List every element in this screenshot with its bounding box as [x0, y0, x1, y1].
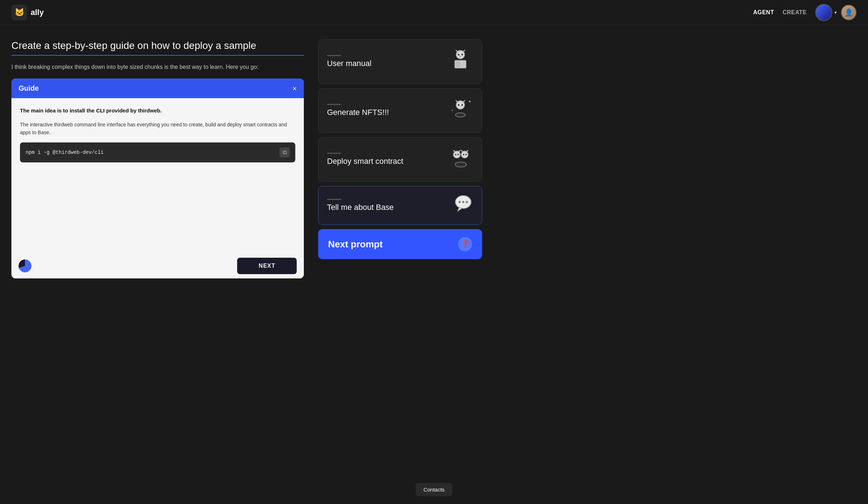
logo-area: 🐱 ally: [11, 5, 44, 20]
svg-point-13: [461, 104, 463, 106]
main-content: Create a step-by-step guide on how to de…: [0, 25, 868, 504]
svg-marker-25: [466, 150, 469, 152]
svg-point-22: [458, 154, 459, 155]
page-title: Create a step-by-step guide on how to de…: [11, 39, 304, 56]
header-nav: AGENT CREATE 👤: [753, 4, 857, 21]
svg-point-28: [455, 162, 466, 167]
card-generate-nfts-content: Generate NFTS!!!: [327, 104, 389, 117]
svg-point-26: [463, 154, 464, 155]
card-tell-base[interactable]: Tell me about Base: [318, 186, 482, 225]
deploy-contract-icon: [448, 145, 473, 174]
svg-point-23: [461, 151, 468, 158]
svg-marker-11: [463, 100, 465, 102]
next-prompt-label: Next prompt: [328, 239, 383, 250]
svg-rect-1: [455, 61, 460, 67]
svg-marker-4: [455, 50, 458, 52]
guide-body: The main idea is to install the CLI prov…: [11, 98, 304, 253]
card-user-manual[interactable]: User manual: [318, 39, 482, 84]
nav-agent[interactable]: AGENT: [753, 9, 774, 16]
svg-point-12: [458, 104, 459, 106]
svg-point-15: [455, 113, 465, 117]
svg-point-6: [458, 54, 459, 56]
svg-text:✦: ✦: [451, 109, 454, 112]
svg-text:✦: ✦: [468, 100, 471, 104]
guide-sub-text: The interactive thirdweb command line in…: [20, 121, 295, 137]
guide-title: Guide: [19, 84, 39, 92]
card-deploy-content: Deploy smart contract: [327, 153, 403, 166]
svg-point-31: [459, 201, 461, 203]
svg-point-32: [462, 201, 464, 203]
theme-toggle[interactable]: [815, 4, 832, 21]
svg-point-21: [455, 154, 456, 155]
card-user-manual-label: User manual: [327, 59, 372, 68]
guide-footer: NEXT: [11, 253, 304, 278]
svg-marker-19: [453, 150, 456, 152]
user-manual-icon: [448, 47, 473, 76]
next-prompt-button[interactable]: Next prompt ❓: [318, 229, 482, 259]
guide-main-text: The main idea is to install the CLI prov…: [20, 107, 295, 115]
svg-rect-2: [461, 61, 465, 67]
svg-marker-20: [458, 150, 461, 152]
generate-nfts-icon: ✦ ✦: [448, 96, 473, 125]
svg-point-33: [466, 201, 468, 203]
cat-icon: 🐱: [15, 8, 24, 17]
svg-point-27: [465, 154, 467, 155]
card-tell-base-content: Tell me about Base: [327, 199, 394, 212]
avatar[interactable]: 👤: [841, 5, 857, 20]
copy-icon[interactable]: ⧉: [280, 147, 290, 157]
card-line-3: [327, 153, 341, 154]
next-prompt-icon: ❓: [458, 237, 472, 251]
card-line: [327, 55, 341, 56]
svg-point-18: [453, 151, 460, 158]
card-deploy-smart-contract[interactable]: Deploy smart contract: [318, 137, 482, 182]
question-icon: ❓: [461, 240, 470, 248]
svg-marker-5: [463, 50, 465, 52]
card-generate-nfts-label: Generate NFTS!!!: [327, 108, 389, 117]
left-panel: Create a step-by-step guide on how to de…: [11, 39, 304, 497]
code-block: npm i -g @thirdweb-dev/cli ⧉: [20, 142, 295, 162]
logo-icon: 🐱: [11, 5, 27, 20]
card-generate-nfts[interactable]: Generate NFTS!!! ✦: [318, 88, 482, 133]
card-tell-base-label: Tell me about Base: [327, 203, 394, 212]
guide-close-button[interactable]: ×: [292, 85, 297, 92]
card-user-manual-content: User manual: [327, 55, 372, 68]
svg-point-14: [460, 106, 461, 107]
card-line-4: [327, 199, 341, 200]
card-deploy-label: Deploy smart contract: [327, 157, 403, 166]
contacts-popup[interactable]: Contacts: [415, 483, 452, 496]
nav-create[interactable]: CREATE: [782, 9, 807, 16]
card-line-2: [327, 104, 341, 105]
svg-point-8: [460, 56, 461, 56]
guide-header: Guide ×: [11, 79, 304, 98]
right-panel: User manual: [318, 39, 482, 497]
subtitle: I think breaking complex things down int…: [11, 63, 304, 71]
svg-marker-30: [458, 208, 462, 211]
svg-marker-24: [461, 150, 464, 152]
guide-modal: Guide × The main idea is to install the …: [11, 79, 304, 278]
loading-spinner: [19, 259, 31, 272]
code-text: npm i -g @thirdweb-dev/cli: [26, 150, 103, 155]
svg-point-7: [461, 54, 463, 56]
guide-next-button[interactable]: NEXT: [237, 258, 297, 274]
logo-text: ally: [31, 8, 44, 17]
svg-marker-10: [455, 100, 458, 102]
tell-base-icon: [453, 193, 473, 217]
header: 🐱 ally AGENT CREATE 👤: [0, 0, 868, 25]
guide-spacer: [20, 168, 295, 245]
